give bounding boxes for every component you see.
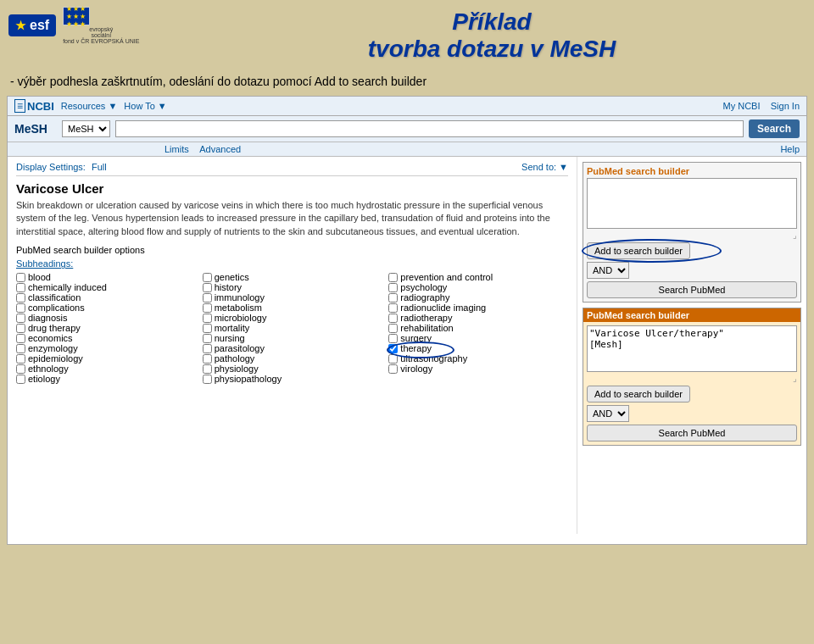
search-pubmed-button-bottom[interactable]: Search PubMed — [587, 425, 797, 441]
ncbi-howto-link[interactable]: How To ▼ — [124, 101, 166, 111]
checkbox-prev-input[interactable] — [388, 273, 398, 282]
help-link[interactable]: Help — [780, 144, 800, 154]
checkbox-gen-input[interactable] — [203, 273, 212, 282]
checkbox-hist-label[interactable]: history — [215, 282, 242, 292]
term-title: Varicose Ulcer — [16, 181, 568, 196]
checkbox-ultra-input[interactable] — [388, 354, 398, 364]
checkbox-surg-label[interactable]: surgery — [400, 333, 432, 343]
checkbox-path-label[interactable]: pathology — [215, 353, 255, 364]
checkbox-mort-label[interactable]: mortality — [215, 323, 250, 333]
checkbox-ultra: ultrasonography — [388, 353, 568, 364]
checkbox-phys-input[interactable] — [203, 364, 212, 374]
checkbox-etio-label[interactable]: etiology — [28, 374, 60, 384]
checkbox-metab-label[interactable]: metabolism — [215, 303, 262, 313]
checkbox-psych-input[interactable] — [388, 283, 398, 292]
ncbi-logo-icon: ≡ — [14, 99, 25, 113]
search-input[interactable] — [115, 120, 744, 137]
checkbox-prev-label[interactable]: prevention and control — [400, 272, 493, 282]
and-select-top[interactable]: AND — [587, 262, 629, 279]
checkbox-hist-input[interactable] — [203, 283, 212, 292]
checkbox-gen-label[interactable]: genetics — [215, 272, 249, 282]
subheadings-label[interactable]: Subheadings: — [16, 258, 568, 269]
checkbox-drug-label[interactable]: drug therapy — [28, 323, 81, 333]
checkbox-ethn-input[interactable] — [16, 364, 25, 374]
checkbox-phys-label[interactable]: physiology — [215, 364, 259, 374]
checkbox-physp-input[interactable] — [203, 375, 212, 384]
checkbox-radther-label[interactable]: radiotherapy — [400, 313, 452, 323]
checkbox-ther-input[interactable] — [388, 344, 398, 353]
search-db-select[interactable]: MeSH — [62, 120, 110, 137]
checkbox-surg-input[interactable] — [388, 334, 398, 343]
add-to-search-button-bottom[interactable]: Add to search builder — [587, 386, 690, 402]
checkbox-epid-label[interactable]: epidemiology — [28, 353, 83, 364]
checkbox-class-label[interactable]: classification — [28, 292, 81, 303]
checkbox-radionuc-label[interactable]: radionuclide imaging — [400, 303, 486, 313]
pubmed-builder-textarea-top[interactable] — [587, 178, 797, 229]
checkbox-enz-input[interactable] — [16, 344, 25, 353]
checkbox-ther: therapy — [388, 343, 568, 353]
checkbox-metab-input[interactable] — [203, 303, 212, 313]
checkbox-imm-input[interactable] — [203, 293, 212, 303]
add-search-oval-container: Add to search builder — [587, 242, 690, 259]
checkbox-rehab-input[interactable] — [388, 324, 398, 333]
search-bar-row: MeSH MeSH Search — [8, 116, 806, 142]
esf-text: esf — [30, 18, 49, 33]
display-settings-link[interactable]: Display Settings: Full — [16, 162, 107, 172]
checkbox-blood-input[interactable] — [16, 273, 25, 282]
checkbox-viro-input[interactable] — [388, 364, 398, 374]
checkbox-nurs-label[interactable]: nursing — [215, 333, 245, 343]
send-to-link[interactable]: Send to: ▼ — [521, 162, 568, 172]
checkbox-class-input[interactable] — [16, 293, 25, 303]
ncbi-topnav-right: My NCBI Sign In — [723, 101, 800, 111]
checkbox-imm-label[interactable]: immunology — [215, 292, 265, 303]
checkbox-ethn-label[interactable]: ethnology — [28, 364, 69, 374]
checkbox-econ-input[interactable] — [16, 334, 25, 343]
and-row-top: AND — [587, 262, 797, 279]
checkbox-econ-label[interactable]: economics — [28, 333, 73, 343]
checkbox-etio-input[interactable] — [16, 375, 25, 384]
checkbox-psych-label[interactable]: psychology — [400, 282, 447, 292]
checkbox-radio-input[interactable] — [388, 293, 398, 303]
ncbi-logo: ≡ NCBI — [14, 99, 54, 113]
sign-in-link[interactable]: Sign In — [771, 101, 800, 111]
checkbox-comp-label[interactable]: complications — [28, 303, 85, 313]
limits-link[interactable]: Limits — [164, 144, 189, 154]
checkbox-chem-label[interactable]: chemically induced — [28, 282, 107, 292]
and-select-bottom[interactable]: AND — [587, 405, 629, 422]
checkbox-micro-label[interactable]: microbiology — [215, 313, 267, 323]
checkbox-path: pathology — [203, 353, 382, 364]
checkbox-para-label[interactable]: parasitology — [215, 343, 265, 353]
checkbox-mort-input[interactable] — [203, 324, 212, 333]
checkbox-blood-label[interactable]: blood — [28, 272, 51, 282]
checkbox-ther-label[interactable]: therapy — [400, 343, 432, 353]
checkbox-physp-label[interactable]: physiopathology — [215, 374, 282, 384]
add-to-search-button-top[interactable]: Add to search builder — [587, 242, 690, 259]
checkbox-enz-label[interactable]: enzymology — [28, 343, 78, 353]
checkbox-viro-label[interactable]: virology — [400, 364, 432, 374]
checkbox-comp-input[interactable] — [16, 303, 25, 313]
checkbox-ultra-label[interactable]: ultrasonography — [400, 353, 467, 364]
checkbox-nurs-input[interactable] — [203, 334, 212, 343]
advanced-link[interactable]: Advanced — [199, 144, 241, 154]
checkbox-rehab-label[interactable]: rehabilitation — [400, 323, 453, 333]
checkbox-epid-input[interactable] — [16, 354, 25, 364]
checkbox-diag-input[interactable] — [16, 314, 25, 323]
checkbox-drug-input[interactable] — [16, 324, 25, 333]
search-pubmed-button-top[interactable]: Search PubMed — [587, 281, 797, 298]
search-button[interactable]: Search — [749, 119, 800, 138]
checkbox-para-input[interactable] — [203, 344, 212, 353]
checkbox-path-input[interactable] — [203, 354, 212, 364]
checkbox-radionuc-input[interactable] — [388, 303, 398, 313]
checkbox-diag-label[interactable]: diagnosis — [28, 313, 67, 323]
resize-handle-top: ⌟ — [587, 230, 797, 240]
sub-nav: Limits Advanced Help — [8, 142, 806, 157]
ncbi-resources-link[interactable]: Resources ▼ — [61, 101, 118, 111]
checkbox-radther-input[interactable] — [388, 314, 398, 323]
checkbox-radio-label[interactable]: radiography — [400, 292, 449, 303]
checkbox-micro-input[interactable] — [203, 314, 212, 323]
pubmed-builder-textarea-bottom[interactable]: "Varicose Ulcer/therapy" [Mesh] — [587, 325, 797, 372]
checkbox-rehab: rehabilitation — [388, 323, 568, 333]
esf-star: ★ — [15, 19, 26, 32]
checkbox-chem-input[interactable] — [16, 283, 25, 292]
my-ncbi-link[interactable]: My NCBI — [723, 101, 761, 111]
